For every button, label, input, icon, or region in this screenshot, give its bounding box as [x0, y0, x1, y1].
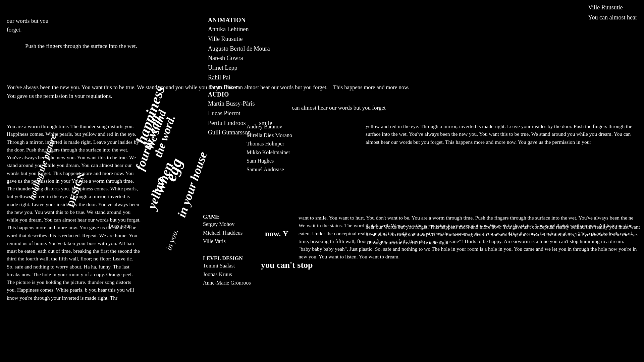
top-right-block: Ville Ruusutie You can almost hear — [588, 3, 637, 22]
mid-name-1: Mirella Diez Morano — [247, 131, 364, 140]
level-design-label-text: LEVEL DESIGN — [203, 255, 243, 261]
anim-name-4: Urmet Lepp — [208, 63, 270, 73]
right-body-top-text: yellow and red in the eye. Through a mir… — [366, 123, 632, 145]
top-left-text: our words but you forget. — [7, 17, 48, 35]
game-name-0: Sergey Mohov — [203, 220, 243, 229]
now-y-overlay: now. Y — [265, 229, 288, 238]
can-almost-hear-row: can almost hear our words but you forget — [292, 105, 386, 111]
audio-name-0: Martin Bussy-Pàris — [208, 99, 272, 109]
audio-name-perttu: Perttu Lindroos — [208, 118, 246, 128]
sam-hughes: Sam Hughes — [247, 157, 364, 165]
animation-label: ANIMATION — [208, 17, 246, 23]
game-label: GAME Sergey Mohov Michael Thaddeus Ville… — [203, 214, 243, 246]
long-text-line2: You gave us the permission in your regul… — [7, 92, 436, 101]
you-can-almost-hear: You can almost hear — [588, 13, 637, 23]
boss-your-text: boss your — [109, 223, 131, 229]
samuel-andrease: Samuel Andrease — [247, 165, 364, 174]
game-name-1: Michael Thaddeus — [203, 229, 243, 237]
push-fingers-text: Push the fingers through the surface int… — [25, 43, 137, 50]
animation-section: ANIMATION Annika Lehtinen Ville Ruusutie… — [208, 17, 270, 92]
main-body-left-text: You are a worm through time. The thunder… — [7, 123, 141, 301]
ville-ruusutie-top: Ville Ruusutie — [588, 3, 637, 13]
anim-name-0: Annika Lehtinen — [208, 24, 270, 34]
game-name-2: Ville Varis — [203, 237, 243, 246]
mid-name-3: Mikko Kolehmainer — [247, 148, 364, 157]
long-text-line1: You've always been the new you. You want… — [7, 83, 436, 92]
anim-name-1: Ville Ruusutie — [208, 34, 270, 44]
anim-name-3: Naresh Gowra — [208, 53, 270, 63]
anim-name-2: Augusto Bertol de Moura — [208, 44, 270, 54]
level-name-0: Tommi Saalast — [203, 261, 251, 270]
anim-name-5: Rahil Pai — [208, 73, 270, 82]
middle-names-block: Andrey Baranov Mirella Diez Morano Thoma… — [247, 122, 364, 174]
level-name-1: Joonas Kruus — [203, 270, 251, 279]
mid-name-0: Andrey Baranov — [247, 122, 364, 131]
game-label-text: GAME — [203, 214, 220, 220]
mid-name-2: Thomas Holmper — [247, 139, 364, 148]
level-name-2: Anne-Marie Grönroos — [203, 279, 251, 287]
diagonal-in-your-room: in you. — [164, 228, 180, 252]
main-page: { "top_right": { "name1": "Ville Ruusuti… — [0, 0, 644, 362]
right-lower-text: want to smile. You want to hurt. You don… — [299, 215, 637, 259]
main-body-left: You are a worm through time. The thunder… — [7, 122, 141, 302]
long-text-row: You've always been the new you. You want… — [7, 83, 436, 100]
our-words-line1: our words but you — [7, 17, 48, 25]
cant-stop-overlay: you can't stop — [261, 260, 313, 270]
audio-name-1: Lucas Pierrot — [208, 109, 272, 118]
level-design-label: LEVEL DESIGN Tommi Saalast Joonas Kruus … — [203, 255, 251, 287]
our-words-line2: forget. — [7, 25, 48, 34]
right-body-top: yellow and red in the eye. Through a mir… — [366, 122, 641, 146]
right-lower: want to smile. You want to hurt. You don… — [299, 214, 637, 261]
